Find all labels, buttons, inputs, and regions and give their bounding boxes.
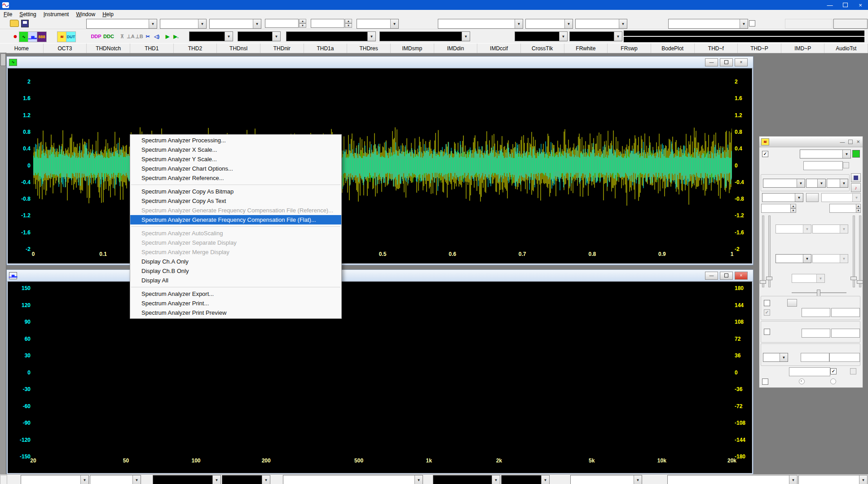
multimeter-icon[interactable]: 888	[37, 31, 47, 42]
tab-thd1[interactable]: THD1	[130, 44, 174, 53]
run-icon[interactable]: ▶	[163, 31, 172, 41]
auto-button[interactable]	[833, 19, 868, 29]
probe-a-select[interactable]: ▼	[515, 31, 568, 41]
mod-index-input[interactable]	[829, 353, 860, 362]
context-menu-item[interactable]: Spectrum Analyzer Generate Frequency Com…	[130, 206, 341, 215]
gain-range-select[interactable]: ▼	[153, 475, 221, 484]
fft-size-select[interactable]: ▼	[570, 475, 642, 484]
trigger-delay-spinner[interactable]: ▲▼	[311, 19, 352, 28]
menu-file[interactable]: File	[0, 10, 16, 18]
modulation-select[interactable]: ▼	[763, 353, 788, 362]
level-slider-b2-track[interactable]	[859, 216, 861, 287]
tab-imdsmp[interactable]: IMDsmp	[391, 44, 434, 53]
trigger-edge-select[interactable]: ▼	[209, 19, 261, 29]
frequency-a-select[interactable]: ▼	[775, 224, 811, 233]
slider-handle[interactable]	[850, 277, 857, 280]
spectrum-analyzer-icon[interactable]: ▁▅▂	[28, 31, 38, 42]
amplitude-b-select[interactable]: ▼	[812, 254, 848, 263]
roll-checkbox[interactable]	[749, 20, 755, 26]
record-icon[interactable]: ●	[11, 31, 20, 41]
run-record-icon[interactable]: ▶.	[172, 31, 181, 41]
probe-cal-icon[interactable]: ✂	[143, 31, 152, 41]
trigger-hpf-select[interactable]: ▼	[357, 19, 399, 29]
context-menu-item[interactable]: Spectrum Analyzer Copy As Bitmap	[130, 187, 341, 196]
analysis-mode-select[interactable]: ▼	[283, 475, 423, 484]
fade-out-input[interactable]	[831, 329, 860, 338]
duration-input[interactable]	[789, 367, 830, 376]
waveform-a-select[interactable]: ▼	[762, 193, 803, 202]
minimize-button[interactable]: —	[705, 272, 718, 280]
mask-on-input[interactable]	[802, 308, 830, 317]
dc-offset-a-spinner[interactable]: ▲▼	[790, 204, 796, 212]
dc-offset-a-input[interactable]	[761, 204, 793, 213]
oscilloscope-chart[interactable]: 221.61.61.21.20.80.80.40.400-0.4-0.4-0.8…	[8, 68, 752, 264]
coupling-a-select[interactable]: ▼	[189, 31, 233, 41]
tab-thdnir[interactable]: THDnir	[260, 44, 304, 53]
tab-audiotst[interactable]: AudioTst	[824, 44, 868, 53]
close-button[interactable]: ×	[856, 138, 860, 145]
signal-generator-icon[interactable]: ≋	[57, 31, 67, 42]
tab-imdccif[interactable]: IMDccif	[477, 44, 521, 53]
context-menu-item[interactable]: Display All	[130, 276, 341, 285]
calibration-icon[interactable]: ⊼	[118, 31, 127, 41]
phase-persistence-select[interactable]: ▼	[501, 475, 550, 484]
sweep-amplitude-radio[interactable]	[830, 378, 836, 384]
trigger-mode-select[interactable]: ▼	[86, 19, 157, 29]
overlap-select[interactable]: ▼	[798, 475, 868, 484]
sound-output-icon[interactable]: ◁)	[152, 31, 161, 41]
menu-window[interactable]: Window	[72, 10, 99, 18]
context-menu-item[interactable]: Spectrum Analyzer X Scale...	[130, 145, 341, 154]
tab-thd~p[interactable]: THD~P	[738, 44, 781, 53]
restore-button[interactable]	[848, 140, 853, 144]
context-menu-item[interactable]: Spectrum Analyzer Chart Options...	[130, 164, 341, 173]
tab-thd1a[interactable]: THD1a	[304, 44, 348, 53]
frequency-b-select[interactable]: ▼	[812, 224, 848, 233]
menu-setting[interactable]: Setting	[16, 10, 40, 18]
range-a-select[interactable]: ▼	[286, 31, 376, 41]
probe-b-select[interactable]: ▼	[569, 31, 622, 41]
restore-button[interactable]	[837, 0, 853, 10]
context-menu-item[interactable]: Spectrum Analyzer Merge Display	[130, 247, 341, 257]
spectrum-chart[interactable]: 150180120144901086072303600-30-36-60-72-…	[8, 282, 752, 473]
tab-frswp[interactable]: FRswp	[608, 44, 651, 53]
context-menu-item[interactable]: Spectrum Analyzer Copy As Text	[130, 196, 341, 206]
context-menu-item[interactable]: Spectrum Analyzer Print...	[130, 299, 341, 308]
close-button[interactable]: ×	[735, 58, 748, 66]
signal-generator-titlebar[interactable]: ≋ — ×	[759, 136, 863, 147]
gen-rate-select[interactable]: ▼	[763, 179, 805, 188]
save-signal-button[interactable]	[851, 173, 861, 182]
close-button[interactable]: ×	[735, 272, 748, 280]
slider-handle[interactable]	[857, 280, 863, 284]
context-menu-item[interactable]: Display Ch.A Only	[130, 257, 341, 266]
context-menu-item[interactable]: Spectrum Analyzer Separate Display	[130, 238, 341, 247]
minimize-button[interactable]: —	[705, 58, 718, 66]
range-b-select[interactable]: ▼	[379, 31, 470, 41]
tab-oct3[interactable]: OCT3	[44, 44, 87, 53]
start-osc-input[interactable]	[803, 161, 843, 170]
close-button[interactable]: ×	[853, 0, 868, 10]
collapse-button[interactable]	[0, 475, 7, 484]
frequency-range-select[interactable]: ▼	[21, 475, 89, 484]
tab-imddin[interactable]: IMDdin	[434, 44, 478, 53]
phase-diff-select[interactable]: ▼	[792, 274, 825, 283]
sweep-frequency-radio[interactable]	[799, 378, 805, 384]
tab-thd~f[interactable]: THD~f	[695, 44, 738, 53]
tab-thd2[interactable]: THD2	[174, 44, 217, 53]
dc-offset-b-spinner[interactable]: ▲▼	[855, 204, 861, 212]
gen-channel-select[interactable]: ▼	[806, 179, 826, 188]
minimize-button[interactable]: —	[840, 139, 845, 145]
menu-help[interactable]: Help	[99, 10, 117, 18]
context-menu-item[interactable]: Spectrum Analyzer Print Preview	[130, 308, 341, 317]
open-icon[interactable]	[10, 20, 19, 27]
tab-thdres[interactable]: THDres	[347, 44, 391, 53]
sample-bits-select[interactable]: ▼	[575, 19, 627, 29]
gain-persistence-select[interactable]: ▼	[222, 475, 270, 484]
tab-home[interactable]: Home	[0, 44, 44, 53]
context-menu-item[interactable]: Spectrum Analyzer Y Scale...	[130, 154, 341, 164]
phase-range-select[interactable]: ▼	[433, 475, 500, 484]
oscilloscope-titlebar[interactable]: ∿ — ×	[7, 57, 753, 68]
context-menu-item[interactable]: Spectrum Analyzer Reference...	[130, 173, 341, 183]
level-slider-a-track[interactable]	[762, 216, 764, 287]
mask-checkbox[interactable]	[764, 300, 770, 306]
sweep-checkbox[interactable]	[762, 378, 768, 385]
